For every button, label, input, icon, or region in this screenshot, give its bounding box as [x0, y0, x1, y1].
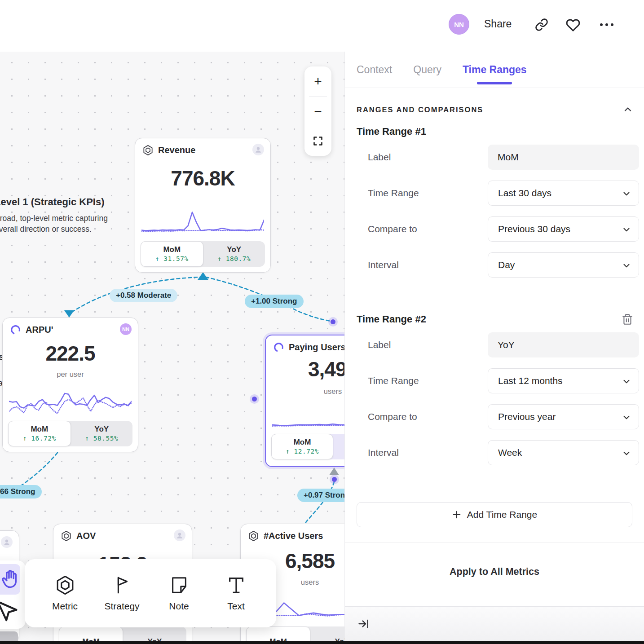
toggle-mom[interactable]: MoM ↑ 12.72% [271, 434, 333, 459]
toggle-mom[interactable]: MoM ↑ 31.57% [141, 241, 203, 267]
toggle-yoy[interactable]: YoY ↑ 180.7% [203, 241, 265, 267]
range-title: Time Range #1 [357, 126, 426, 137]
connector-arrow-up-grey [329, 468, 339, 475]
apply-to-all-metrics-button[interactable]: Apply to All Metrics [345, 543, 644, 578]
interval-select[interactable]: Week [488, 440, 639, 465]
correlation-badge[interactable]: +0.58 Moderate [110, 289, 177, 302]
compare-to-select[interactable]: Previous year [488, 404, 639, 429]
text-icon [226, 575, 247, 595]
tool-note[interactable]: Note [150, 559, 207, 627]
note-icon [169, 575, 190, 595]
user-avatar[interactable]: NN [449, 14, 469, 35]
correlation-badge[interactable]: +1.00 Strong [245, 295, 304, 308]
chevron-down-icon [622, 260, 631, 270]
toggle-delta: ↑ 16.72% [23, 435, 56, 442]
toggle-yoy[interactable]: YoY [123, 626, 186, 641]
tool-strategy[interactable]: Strategy [93, 559, 150, 627]
comparison-toggle: MoM YoY [59, 626, 186, 641]
metric-value: 222.5 [3, 341, 138, 366]
label-input[interactable]: MoM [488, 145, 639, 170]
connector-arrow-up [198, 272, 208, 280]
toggle-yoy[interactable]: YoY [310, 626, 344, 641]
zoom-controls: + − [304, 66, 331, 156]
toggle-label: YoY [335, 637, 344, 641]
selection-handle[interactable] [252, 397, 257, 401]
tool-metric[interactable]: Metric [36, 559, 93, 627]
compare-to-select[interactable]: Previous 30 days [488, 216, 639, 242]
chevron-down-icon [622, 412, 631, 422]
metric-card-arpu[interactable]: ARPU' NN 222.5 per user MoM ↑ 16.72% YoY… [2, 318, 138, 452]
trash-icon[interactable] [622, 313, 633, 325]
tool-label: Note [169, 601, 189, 612]
add-time-range-button[interactable]: Add Time Range [357, 502, 632, 527]
link-icon[interactable] [535, 18, 548, 31]
card-owner-avatar: NN [120, 323, 132, 335]
tab-time-ranges[interactable]: Time Ranges [463, 52, 527, 88]
correlation-badge[interactable]: +0.97 Strong [297, 489, 344, 502]
select-value: Last 12 months [498, 375, 563, 386]
input-value: MoM [498, 152, 519, 163]
share-button[interactable]: Share [484, 18, 512, 30]
toggle-mom[interactable]: MoM ↑ 16.72% [8, 421, 71, 446]
time-range-select[interactable]: Last 12 months [488, 368, 639, 393]
connector-arrow-down [64, 310, 74, 318]
fullscreen-icon [313, 136, 323, 146]
range-title: Time Range #2 [357, 313, 426, 325]
tab-context[interactable]: Context [357, 52, 392, 88]
metric-value: 776.8K [135, 166, 270, 190]
chevron-down-icon [622, 376, 631, 386]
more-options-icon[interactable] [599, 22, 615, 28]
tool-text[interactable]: Text [207, 559, 265, 627]
fit-view-button[interactable] [304, 126, 331, 156]
cursor-tool-icon[interactable] [0, 599, 18, 625]
comparison-toggle: MoM ↑ 16.72% YoY ↑ 58.55% [8, 421, 132, 446]
card-title: Revenue [158, 145, 195, 155]
selection-handle[interactable] [331, 319, 335, 324]
metric-unit: users [266, 387, 344, 396]
toggle-label: MoM [269, 637, 287, 641]
collapse-chevron-up-icon[interactable] [622, 104, 633, 115]
hand-tool-icon[interactable] [1, 568, 21, 591]
correlation-badge[interactable]: +0.66 Strong [0, 485, 42, 498]
flag-icon [112, 575, 132, 595]
toggle-yoy[interactable]: YoY ↑ 58.55% [71, 421, 133, 446]
metric-card-paying-users[interactable]: Paying Users' 3,496 users MoM ↑ 12.72% [265, 335, 344, 467]
field-label: Time Range [368, 375, 419, 386]
section-title: RANGES AND COMPARISONS [357, 106, 483, 114]
toggle-mom[interactable]: MoM [246, 626, 310, 641]
zoom-in-button[interactable]: + [304, 66, 331, 96]
collapse-panel-icon[interactable] [357, 618, 370, 630]
selection-handle[interactable] [332, 477, 337, 482]
metric-tree-canvas[interactable]: Level 1 (Strategic KPIs) Broad, top-leve… [0, 52, 344, 641]
app: NN Share Level 1 (Strategic KPIs) Broad,… [0, 0, 644, 644]
chevron-down-icon [622, 448, 631, 458]
interval-select[interactable]: Day [488, 252, 639, 278]
time-range-select[interactable]: Last 30 days [488, 181, 639, 206]
plus-icon [452, 510, 462, 520]
loading-spinner-icon [273, 342, 284, 353]
label-input[interactable]: YoY [488, 332, 639, 357]
tool-label: Metric [52, 601, 78, 612]
toggle-label: MoM [163, 245, 181, 254]
toggle-mom[interactable]: MoM [59, 626, 123, 641]
zoom-out-button[interactable]: − [304, 97, 331, 126]
toggle-label: YoY [94, 425, 109, 434]
toggle-yoy[interactable] [333, 434, 344, 459]
tab-query[interactable]: Query [413, 52, 441, 88]
field-label: Compare to [368, 411, 417, 422]
toggle-delta: ↑ 12.72% [286, 448, 319, 455]
select-value: Week [498, 447, 522, 458]
select-value: Previous 30 days [498, 224, 570, 234]
metric-unit: per user [3, 370, 138, 379]
add-time-range-label: Add Time Range [467, 509, 537, 520]
card-title: ARPU' [26, 325, 53, 335]
panel-footer [345, 606, 644, 641]
metric-card-revenue[interactable]: Revenue 776.8K MoM ↑ 31.57% YoY ↑ 18 [135, 138, 271, 273]
toggle-delta: ↑ 180.7% [217, 255, 251, 263]
toggle-label: MoM [294, 438, 311, 447]
select-value: Last 30 days [498, 188, 551, 198]
canvas-note-title: Level 1 (Strategic KPIs) [0, 196, 105, 208]
favorite-heart-icon[interactable] [566, 18, 580, 32]
select-value: Day [498, 260, 515, 270]
canvas-toolbar: Metric Strategy Note Text [25, 559, 276, 627]
